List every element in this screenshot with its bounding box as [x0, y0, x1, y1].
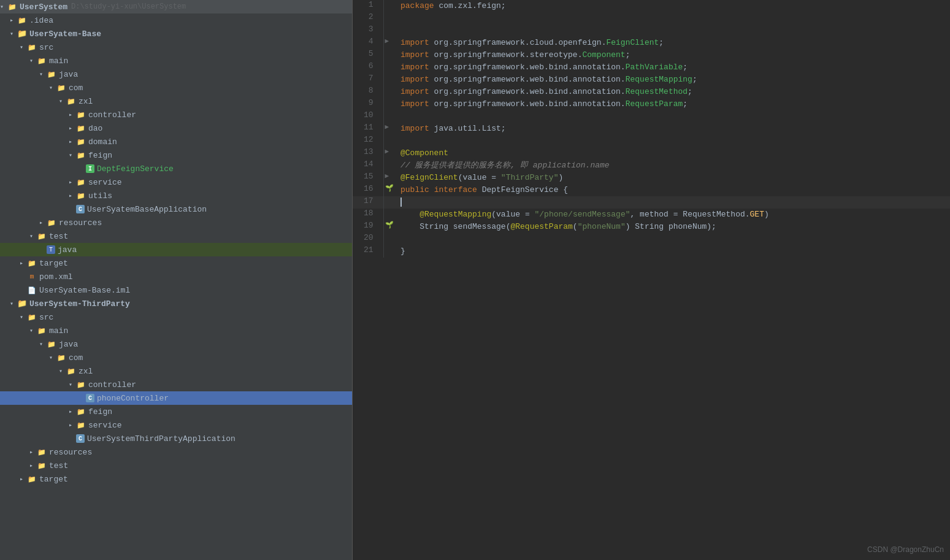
line-content[interactable] — [396, 25, 950, 37]
expand-arrow[interactable] — [59, 367, 66, 375]
tree-item-UserSyatemBaseApplication[interactable]: CUserSyatemBaseApplication — [0, 202, 352, 216]
code-token-iface: Component — [582, 50, 625, 59]
expand-arrow[interactable] — [20, 313, 27, 321]
tree-item-idea[interactable]: 📁.idea — [0, 13, 352, 27]
tree-item-domain1[interactable]: 📁domain — [0, 135, 352, 148]
fold-icon[interactable]: ▶ — [385, 148, 389, 155]
line-content[interactable]: @FeignClient(value = "ThirdParty") — [396, 172, 950, 184]
expand-arrow[interactable] — [69, 192, 76, 199]
expand-arrow[interactable] — [29, 462, 37, 469]
expand-arrow[interactable] — [20, 259, 27, 267]
line-content[interactable]: String sendMessage(@RequestParam("phoneN… — [396, 221, 950, 233]
tree-item-target2[interactable]: 📁target — [0, 472, 352, 486]
line-content[interactable]: @RequestMapping(value = "/phone/sendMess… — [396, 209, 950, 221]
tree-item-src2[interactable]: 📁src — [0, 310, 352, 324]
tree-item-test1[interactable]: 📁test — [0, 229, 352, 243]
expand-arrow[interactable] — [69, 152, 76, 159]
tree-item-controller2[interactable]: 📁controller — [0, 378, 352, 391]
expand-arrow[interactable] — [49, 354, 56, 361]
line-content[interactable]: package com.zxl.feign; — [396, 0, 950, 12]
file-tree[interactable]: 📁UserSystemD:\study-yi-xun\UserSystem📁.i… — [0, 0, 353, 560]
expand-arrow[interactable] — [69, 178, 76, 186]
expand-arrow[interactable] — [29, 448, 37, 456]
fold-icon[interactable]: ▶ — [385, 123, 389, 131]
expand-arrow[interactable] — [29, 232, 37, 240]
tree-item-pom1[interactable]: mpom.xml — [0, 270, 352, 283]
code-token: ; — [683, 99, 688, 109]
line-content[interactable]: // 服务提供者提供的服务名称, 即 application.name — [396, 159, 950, 172]
tree-item-com1[interactable]: 📁com — [0, 81, 352, 94]
line-number: 5 — [353, 49, 383, 61]
tree-item-resources2[interactable]: 📁resources — [0, 445, 352, 459]
expand-arrow[interactable] — [0, 3, 7, 10]
tree-item-com2[interactable]: 📁com — [0, 351, 352, 364]
expand-arrow[interactable] — [39, 219, 47, 226]
tree-item-test2[interactable]: 📁test — [0, 459, 352, 472]
tree-item-phoneController[interactable]: CphoneController — [0, 391, 352, 405]
tree-item-zxl2[interactable]: 📁zxl — [0, 364, 352, 378]
tree-item-service2[interactable]: 📁service — [0, 418, 352, 432]
line-content[interactable]: @Component — [396, 147, 950, 159]
tree-item-main2[interactable]: 📁main — [0, 324, 352, 337]
line-content[interactable] — [396, 196, 950, 209]
tree-item-java1[interactable]: 📁java — [0, 67, 352, 81]
line-content[interactable]: import org.springframework.cloud.openfei… — [396, 37, 950, 49]
tree-item-resources1[interactable]: 📁resources — [0, 216, 352, 229]
line-content[interactable]: import org.springframework.web.bind.anno… — [396, 74, 950, 86]
expand-arrow[interactable] — [49, 84, 56, 91]
code-line-21: 21} — [353, 245, 950, 258]
expand-arrow[interactable] — [59, 98, 66, 105]
expand-arrow[interactable] — [20, 475, 27, 483]
line-number: 8 — [353, 86, 383, 98]
expand-arrow[interactable] — [69, 421, 76, 429]
line-content[interactable]: import org.springframework.web.bind.anno… — [396, 86, 950, 98]
fold-icon[interactable]: ▶ — [385, 172, 389, 180]
expand-arrow[interactable] — [69, 381, 76, 388]
tree-item-iml1[interactable]: 📄UserSyatem-Base.iml — [0, 283, 352, 297]
line-content[interactable]: import org.springframework.web.bind.anno… — [396, 98, 950, 110]
tree-label: test — [49, 462, 68, 470]
expand-arrow[interactable] — [29, 327, 37, 334]
fold-icon[interactable]: ▶ — [385, 37, 389, 45]
expand-arrow[interactable] — [10, 300, 17, 307]
tree-item-DeptFeignService[interactable]: IDeptFeignService — [0, 162, 352, 175]
expand-arrow[interactable] — [29, 57, 37, 64]
line-content[interactable] — [396, 110, 950, 123]
tree-item-zxl1[interactable]: 📁zxl — [0, 94, 352, 108]
line-content[interactable]: import java.util.List; — [396, 123, 950, 135]
tree-item-usersystem-base[interactable]: 📁UserSyatem-Base — [0, 27, 352, 40]
line-content[interactable]: } — [396, 245, 950, 258]
expand-arrow[interactable] — [10, 30, 17, 37]
tree-item-usersystem-thirdparty[interactable]: 📁UserSystem-ThirdParty — [0, 297, 352, 310]
expand-arrow[interactable] — [69, 138, 76, 145]
line-content[interactable]: public interface DeptFeignService { — [396, 184, 950, 196]
expand-arrow[interactable] — [69, 125, 76, 132]
tree-item-utils1[interactable]: 📁utils — [0, 189, 352, 202]
expand-arrow[interactable] — [39, 71, 47, 78]
line-content[interactable]: import org.springframework.web.bind.anno… — [396, 61, 950, 74]
expand-arrow[interactable] — [10, 17, 17, 24]
folder-icon: 📁 — [76, 177, 86, 187]
tree-item-dao1[interactable]: 📁dao — [0, 121, 352, 135]
line-content[interactable] — [396, 12, 950, 25]
tree-item-feign2[interactable]: 📁feign — [0, 405, 352, 418]
code-line-18: 18 @RequestMapping(value = "/phone/sendM… — [353, 209, 950, 221]
tree-label: main — [49, 327, 68, 335]
tree-item-main1[interactable]: 📁main — [0, 54, 352, 67]
tree-item-target1[interactable]: 📁target — [0, 256, 352, 270]
tree-item-usersystem-root[interactable]: 📁UserSystemD:\study-yi-xun\UserSystem — [0, 0, 352, 13]
tree-item-java-test1[interactable]: Tjava — [0, 243, 352, 256]
tree-item-service1[interactable]: 📁service — [0, 175, 352, 189]
line-content[interactable] — [396, 233, 950, 245]
expand-arrow[interactable] — [39, 340, 47, 348]
expand-arrow[interactable] — [69, 408, 76, 415]
tree-item-controller1[interactable]: 📁controller — [0, 108, 352, 121]
expand-arrow[interactable] — [69, 111, 76, 118]
tree-item-feign1[interactable]: 📁feign — [0, 148, 352, 162]
expand-arrow[interactable] — [20, 44, 27, 51]
tree-item-src1[interactable]: 📁src — [0, 40, 352, 54]
line-content[interactable]: import org.springframework.stereotype.Co… — [396, 49, 950, 61]
tree-item-java2[interactable]: 📁java — [0, 337, 352, 351]
line-content[interactable] — [396, 135, 950, 147]
tree-item-UserSystemThirdPartyApplication[interactable]: CUserSystemThirdPartyApplication — [0, 432, 352, 445]
